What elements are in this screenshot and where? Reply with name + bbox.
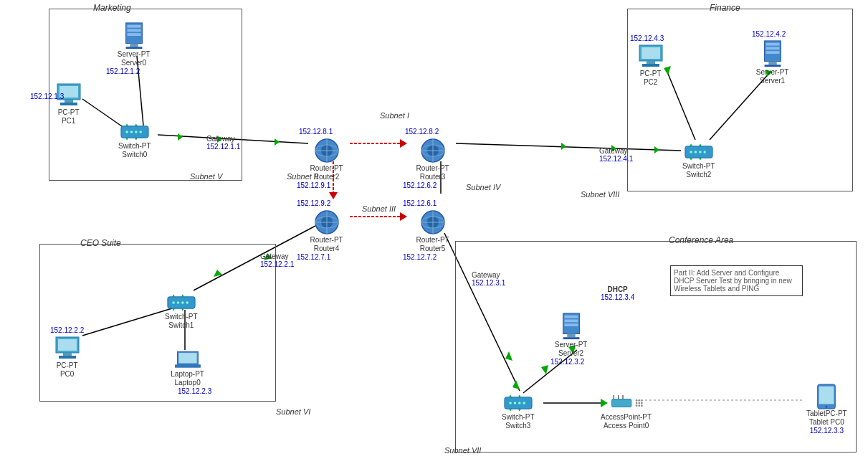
svg-marker-101	[181, 308, 184, 311]
server0-icon	[123, 22, 146, 50]
tablet0-ip: 152.12.3.3	[810, 427, 844, 435]
svg-point-95	[176, 301, 179, 304]
router4-icon	[313, 209, 340, 236]
subnet-iii-label: Subnet III	[362, 204, 396, 213]
svg-rect-44	[60, 103, 77, 105]
svg-point-49	[139, 131, 142, 133]
pc2-icon	[638, 44, 664, 70]
router5-label: Router-PTRouter5	[416, 236, 449, 253]
router2-icon	[313, 137, 340, 164]
svg-rect-81	[766, 51, 779, 54]
svg-marker-89	[690, 143, 692, 146]
svg-rect-83	[764, 65, 781, 67]
svg-rect-114	[563, 337, 579, 339]
svg-marker-91	[690, 158, 692, 161]
router4-ip-below: 152.12.7.1	[297, 253, 330, 261]
router5-ip-below: 152.12.7.2	[403, 253, 437, 261]
svg-marker-5	[275, 138, 280, 146]
svg-marker-51	[135, 123, 138, 126]
server0-ip: 152.12.1.2	[106, 67, 140, 75]
server2-device: Server-PTServer2 152.12.3.2	[554, 312, 588, 366]
svg-point-94	[172, 301, 175, 304]
subnet-vii-label: Subnet VII	[444, 446, 481, 455]
svg-point-86	[694, 151, 697, 153]
network-diagram: Marketing Finance CEO Suite Conference A…	[0, 0, 868, 469]
svg-marker-122	[509, 409, 512, 412]
switch1-label: Switch-PTSwitch1	[165, 313, 198, 330]
pc0-icon	[54, 336, 80, 361]
router3-device: 152.12.8.2 Router-PTRouter3 152.12.6.2	[416, 128, 449, 189]
server1-icon	[761, 39, 784, 68]
subnet-iv-label: Subnet IV	[466, 183, 500, 191]
svg-point-97	[186, 301, 189, 304]
dhcp-label: DHCP 152.12.3.4	[601, 285, 634, 301]
svg-point-134	[635, 404, 637, 407]
router2-device: 152.12.8.1 Router-PTRouter2 152.12.9.1	[310, 128, 343, 189]
pc1-device: PC-PTPC1 152.12.1.3	[52, 82, 85, 133]
svg-point-130	[641, 402, 643, 404]
svg-point-135	[638, 404, 640, 407]
svg-point-118	[518, 402, 521, 404]
server0-device: Server-PTServer0 152.12.1.2	[117, 22, 151, 75]
svg-marker-120	[509, 394, 512, 397]
router2-ip-below: 152.12.9.1	[297, 181, 330, 189]
switch2-icon	[685, 142, 713, 162]
server2-ip: 152.12.3.2	[550, 358, 584, 366]
switch0-icon	[120, 122, 149, 142]
switch2-label: Switch-PTSwitch2	[682, 162, 715, 179]
svg-point-119	[523, 402, 525, 404]
server2-label: Server-PTServer2	[555, 341, 588, 358]
svg-rect-80	[766, 47, 779, 49]
svg-rect-77	[642, 64, 659, 67]
pc0-label: PC-PTPC0	[57, 361, 78, 379]
pc2-ip: 152.12.4.3	[630, 34, 664, 42]
server0-label: Server-PTServer0	[118, 50, 151, 67]
svg-point-46	[125, 131, 128, 133]
svg-rect-112	[564, 323, 578, 326]
svg-marker-98	[172, 294, 175, 297]
router4-ip-above: 152.12.9.2	[297, 199, 330, 207]
svg-marker-7	[400, 139, 407, 148]
pc1-label: PC-PTPC1	[58, 108, 80, 125]
svg-rect-104	[63, 353, 72, 356]
svg-rect-111	[564, 319, 578, 322]
svg-point-96	[181, 301, 184, 304]
router5-icon	[419, 209, 447, 236]
svg-rect-40	[125, 47, 142, 49]
router3-icon	[419, 137, 447, 164]
svg-marker-92	[699, 158, 702, 161]
svg-rect-76	[647, 61, 655, 64]
gateway-2-label: Gateway152.12.4.1	[599, 147, 633, 163]
svg-marker-14	[561, 143, 566, 150]
switch3-device: Switch-PTSwitch3	[502, 393, 535, 430]
svg-rect-107	[178, 353, 196, 363]
gateway-3-label: Gateway152.12.2.1	[260, 252, 294, 268]
ap0-label: AccessPoint-PTAccess Point0	[601, 413, 652, 430]
ceo-label: CEO Suite	[80, 238, 121, 248]
svg-point-139	[826, 406, 828, 408]
tablet0-device: TabletPC-PTTablet PC0 152.12.3.3	[806, 384, 847, 435]
router5-ip-above: 152.12.6.1	[403, 199, 437, 207]
svg-rect-43	[65, 100, 73, 103]
laptop0-icon	[175, 350, 201, 370]
laptop0-label: Laptop-PTLaptop0	[171, 370, 204, 387]
svg-marker-90	[699, 143, 702, 146]
switch0-label: Switch-PTSwitch0	[118, 142, 151, 159]
svg-rect-79	[766, 43, 779, 46]
switch3-label: Switch-PTSwitch3	[502, 413, 535, 430]
svg-marker-50	[125, 123, 128, 126]
svg-point-129	[638, 402, 640, 404]
subnet-i-label: Subnet I	[380, 111, 409, 120]
router3-label: Router-PTRouter3	[416, 164, 449, 181]
svg-rect-110	[564, 316, 578, 318]
svg-marker-99	[181, 294, 184, 297]
svg-marker-9	[329, 192, 338, 199]
tablet0-label: TabletPC-PTTablet PC0	[806, 409, 847, 427]
svg-marker-11	[400, 212, 407, 221]
svg-rect-138	[819, 387, 834, 404]
laptop0-device: Laptop-PTLaptop0 152.12.2.3	[171, 350, 204, 395]
switch0-device: Switch-PTSwitch0	[118, 122, 151, 159]
finance-label: Finance	[710, 3, 740, 13]
svg-point-132	[638, 399, 640, 402]
svg-rect-103	[58, 339, 77, 351]
